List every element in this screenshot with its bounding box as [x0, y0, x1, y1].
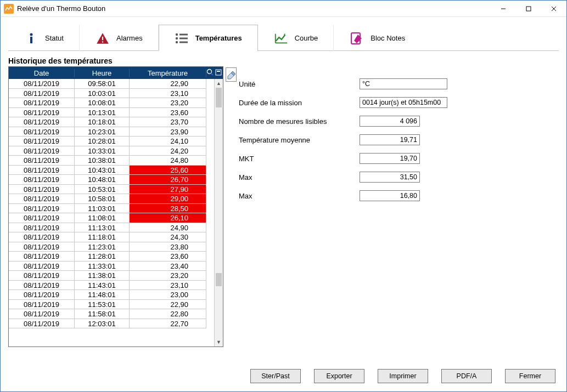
cell-date: 08/11/2019	[9, 146, 75, 156]
export-icon[interactable]	[215, 69, 222, 77]
table-row[interactable]: 08/11/201910:28:0124,10	[9, 137, 214, 146]
table-row[interactable]: 08/11/201910:03:0123,10	[9, 89, 214, 99]
cell-time: 11:18:01	[75, 232, 130, 242]
tab-label: Températures	[195, 34, 242, 42]
table-row[interactable]: 08/11/201911:43:0123,10	[9, 281, 214, 291]
svg-line-18	[211, 73, 214, 75]
cell-temp: 24,90	[130, 223, 206, 233]
table-row[interactable]: 08/11/201911:38:0123,20	[9, 271, 214, 281]
cell-time: 10:08:01	[75, 98, 130, 108]
cell-temp: 22,90	[130, 79, 206, 89]
table-row[interactable]: 08/11/201910:53:0127,90	[9, 185, 214, 195]
duration-label: Durée de la mission	[239, 99, 360, 107]
table-row[interactable]: 08/11/201911:48:0123,00	[9, 290, 214, 300]
table-row[interactable]: 08/11/201910:43:0125,60	[9, 166, 214, 175]
tab-label: Courbe	[295, 34, 318, 42]
cell-date: 08/11/2019	[9, 117, 75, 127]
eraser-button[interactable]	[226, 67, 237, 82]
cell-date: 08/11/2019	[9, 175, 75, 185]
window-title: Relève d'un Thermo Bouton	[17, 4, 105, 13]
cell-temp: 24,10	[130, 137, 206, 146]
pdfa-button[interactable]: PDF/A	[441, 369, 492, 383]
cell-time: 11:28:01	[75, 252, 130, 262]
min-label: Max	[239, 192, 360, 200]
unit-label: Unité	[239, 80, 360, 88]
table-row[interactable]: 08/11/201911:08:0126,10	[9, 213, 214, 223]
chart-icon	[274, 31, 288, 46]
tab-courbe[interactable]: Courbe	[258, 25, 334, 51]
cell-time: 11:33:01	[75, 262, 130, 271]
summary-panel: Unité °C Durée de la mission 0014 jour(s…	[239, 56, 559, 361]
cell-temp: 26,10	[130, 213, 206, 223]
mkt-value: 19,70	[360, 153, 420, 164]
cell-date: 08/11/2019	[9, 137, 75, 146]
col-date[interactable]: Date	[9, 69, 75, 77]
maximize-button[interactable]	[516, 1, 541, 17]
svg-rect-19	[216, 70, 221, 75]
scroll-up-icon[interactable]: ▲	[215, 79, 223, 88]
cell-time: 10:23:01	[75, 127, 130, 137]
unit-value: °C	[360, 78, 447, 89]
table-row[interactable]: 08/11/201911:13:0124,90	[9, 223, 214, 233]
cell-date: 08/11/2019	[9, 194, 75, 204]
tab-label: Bloc Notes	[370, 34, 405, 42]
cell-date: 08/11/2019	[9, 262, 75, 271]
cell-date: 08/11/2019	[9, 309, 75, 319]
table-row[interactable]: 08/11/201911:28:0123,60	[9, 252, 214, 262]
avg-value: 19,71	[360, 134, 420, 145]
tab-temperatures[interactable]: Températures	[159, 25, 258, 51]
svg-point-12	[175, 41, 177, 43]
tab-bar: Statut Alarmes Températures Courbe Bloc …	[8, 25, 559, 51]
footer-buttons: Ster/Past Exporter Imprimer PDF/A Fermer	[1, 361, 566, 391]
cell-temp: 23,90	[130, 127, 206, 137]
minimize-button[interactable]	[491, 1, 516, 17]
table-row[interactable]: 08/11/201912:03:0122,70	[9, 319, 214, 329]
table-row[interactable]: 08/11/201911:23:0123,80	[9, 242, 214, 252]
cell-temp: 23,10	[130, 89, 206, 99]
info-icon	[24, 31, 38, 46]
close-button[interactable]	[541, 1, 566, 17]
export-button[interactable]: Exporter	[314, 369, 364, 383]
svg-rect-9	[179, 33, 188, 35]
cell-time: 10:53:01	[75, 185, 130, 195]
table-row[interactable]: 08/11/201911:33:0123,40	[9, 262, 214, 271]
table-row[interactable]: 08/11/201910:18:0123,70	[9, 117, 214, 127]
table-row[interactable]: 08/11/201910:33:0124,20	[9, 146, 214, 156]
cell-date: 08/11/2019	[9, 223, 75, 233]
tab-alarmes[interactable]: Alarmes	[80, 25, 159, 51]
table-row[interactable]: 08/11/201910:13:0123,60	[9, 108, 214, 118]
print-button[interactable]: Imprimer	[378, 369, 428, 383]
table-row[interactable]: 08/11/201910:48:0126,70	[9, 175, 214, 185]
cell-date: 08/11/2019	[9, 185, 75, 195]
col-temperature[interactable]: Température	[130, 69, 206, 77]
cell-time: 11:43:01	[75, 281, 130, 291]
tab-blocnotes[interactable]: Bloc Notes	[334, 25, 421, 51]
table-row[interactable]: 08/11/201909:58:0122,90	[9, 79, 214, 89]
table-row[interactable]: 08/11/201910:58:0129,00	[9, 194, 214, 204]
table-row[interactable]: 08/11/201911:53:0122,90	[9, 300, 214, 310]
cell-temp: 28,50	[130, 204, 206, 214]
col-heure[interactable]: Heure	[75, 69, 130, 77]
ster-past-button[interactable]: Ster/Past	[250, 369, 301, 383]
cell-date: 08/11/2019	[9, 271, 75, 281]
table-row[interactable]: 08/11/201910:23:0123,90	[9, 127, 214, 137]
section-title: Historique des températures	[8, 56, 228, 65]
content-area: Statut Alarmes Températures Courbe Bloc …	[1, 17, 566, 361]
count-label: Nombre de mesures lisibles	[239, 117, 360, 126]
cell-temp: 24,20	[130, 146, 206, 156]
tab-statut[interactable]: Statut	[8, 25, 80, 51]
table-row[interactable]: 08/11/201910:08:0123,20	[9, 98, 214, 108]
notes-icon	[350, 31, 364, 46]
vertical-scrollbar[interactable]: ▲ ▼	[214, 79, 223, 346]
table-row[interactable]: 08/11/201911:58:0122,80	[9, 309, 214, 319]
table-row[interactable]: 08/11/201911:03:0128,50	[9, 204, 214, 214]
close-dialog-button[interactable]: Fermer	[505, 369, 555, 383]
table-row[interactable]: 08/11/201911:18:0124,30	[9, 232, 214, 242]
scroll-down-icon[interactable]: ▼	[215, 338, 223, 346]
table-row[interactable]: 08/11/201910:38:0124,80	[9, 156, 214, 166]
svg-rect-1	[526, 7, 531, 11]
cell-time: 10:58:01	[75, 194, 130, 204]
search-icon[interactable]	[206, 69, 214, 78]
svg-rect-13	[179, 41, 188, 43]
cell-time: 10:28:01	[75, 137, 130, 146]
